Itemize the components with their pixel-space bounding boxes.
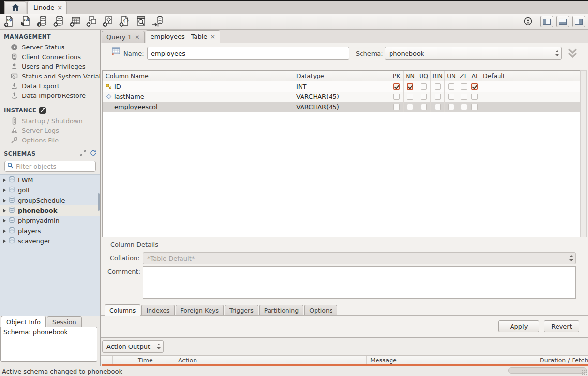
checkbox-zf[interactable]: [461, 104, 467, 110]
inspect-database-icon[interactable]: i: [36, 15, 48, 28]
checkbox-ai[interactable]: [471, 83, 478, 90]
output-header-action[interactable]: Action: [172, 356, 367, 364]
checkbox-uq[interactable]: [421, 104, 427, 110]
checkbox-nn[interactable]: [407, 83, 413, 90]
sidebar-item-client-connections[interactable]: Client Connections: [0, 52, 100, 62]
schema-select[interactable]: phonebook: [385, 47, 562, 60]
management-section-title: MANAGEMENT: [0, 30, 100, 42]
expander-icon[interactable]: [3, 209, 6, 213]
schema-item[interactable]: groupSchedule: [0, 195, 100, 205]
close-icon[interactable]: ×: [210, 33, 215, 40]
expander-icon[interactable]: [3, 229, 6, 233]
refresh-icon[interactable]: [90, 150, 96, 157]
sidebar-item-server-logs[interactable]: Server Logs: [0, 125, 100, 135]
output-header-message[interactable]: Message: [367, 356, 536, 364]
checkbox-bin[interactable]: [435, 94, 441, 100]
toggle-left-panel-button[interactable]: [540, 16, 553, 27]
column-row-lastname[interactable]: lastName VARCHAR(45): [103, 92, 580, 102]
database-icon: [9, 237, 15, 245]
checkbox-pk[interactable]: [393, 94, 400, 100]
editor-subtabs: Columns Indexes Foreign Keys Triggers Pa…: [101, 304, 588, 316]
checkbox-zf[interactable]: [461, 83, 467, 90]
connection-tab[interactable]: Linode ×: [27, 1, 67, 14]
database-icon: [9, 196, 15, 204]
checkbox-un[interactable]: [448, 83, 454, 90]
sidebar-item-status-variables[interactable]: Status and System Variables: [0, 71, 100, 81]
server-stack-icon: [11, 117, 18, 125]
tab-session[interactable]: Session: [47, 316, 82, 327]
close-icon[interactable]: ×: [57, 4, 62, 11]
expand-panel-icon[interactable]: [80, 150, 86, 157]
resize-grip-icon[interactable]: [581, 369, 587, 375]
column-row-id[interactable]: ID INT: [103, 81, 580, 92]
checkbox-ai[interactable]: [471, 94, 478, 100]
reconnect-dbms-icon[interactable]: [151, 15, 164, 28]
expander-icon[interactable]: [3, 188, 6, 192]
expander-icon[interactable]: [3, 178, 6, 182]
checkbox-pk[interactable]: [393, 83, 400, 90]
expander-icon[interactable]: [3, 219, 6, 223]
action-output-select[interactable]: Action Output: [102, 340, 164, 353]
output-header-time[interactable]: Time: [126, 356, 172, 364]
create-schema-icon[interactable]: [52, 15, 65, 28]
checkbox-pk[interactable]: [393, 104, 400, 110]
new-sql-tab-icon[interactable]: SQL: [3, 15, 15, 28]
schema-item[interactable]: phpmyadmin: [0, 216, 100, 226]
checkbox-uq[interactable]: [421, 94, 427, 100]
create-procedure-icon[interactable]: [102, 15, 114, 28]
checkbox-zf[interactable]: [461, 94, 467, 100]
comment-textarea[interactable]: [143, 266, 576, 299]
subtab-columns[interactable]: Columns: [105, 304, 140, 316]
sidebar-scrollbar-thumb[interactable]: [98, 193, 100, 211]
subtab-indexes[interactable]: Indexes: [141, 305, 174, 315]
tab-object-info[interactable]: Object Info: [1, 316, 46, 327]
checkbox-ai[interactable]: [471, 104, 478, 110]
sidebar-item-data-import[interactable]: Data Import/Restore: [0, 91, 100, 100]
schema-item[interactable]: players: [0, 226, 100, 236]
tab-employees-table[interactable]: employees - Table ×: [146, 30, 220, 43]
sidebar-item-users-privileges[interactable]: Users and Privileges: [0, 62, 100, 71]
checkbox-un[interactable]: [448, 94, 454, 100]
tab-query-1[interactable]: Query 1 ×: [102, 31, 145, 43]
sidebar-item-server-status[interactable]: Server Status: [0, 42, 100, 52]
filter-objects-input[interactable]: [16, 163, 89, 170]
sidebar-item-options-file[interactable]: Options File: [0, 135, 100, 145]
horizontal-scrollbar-thumb[interactable]: [508, 367, 587, 374]
subtab-triggers[interactable]: Triggers: [225, 305, 258, 315]
schema-item[interactable]: FWM: [0, 175, 100, 185]
sidebar-item-data-export[interactable]: Data Export: [0, 81, 100, 91]
subtab-partitioning[interactable]: Partitioning: [259, 305, 303, 315]
toggle-bottom-panel-button[interactable]: [556, 16, 569, 27]
alarm-icon[interactable]: [523, 16, 533, 27]
schema-item[interactable]: golf: [0, 185, 100, 195]
close-icon[interactable]: ×: [135, 34, 140, 40]
search-table-data-icon[interactable]: [135, 15, 147, 28]
expander-icon[interactable]: [3, 199, 6, 203]
apply-button[interactable]: Apply: [498, 320, 539, 332]
create-view-icon[interactable]: [85, 15, 98, 28]
subtab-foreign-keys[interactable]: Foreign Keys: [176, 305, 224, 315]
schema-item[interactable]: scavenger: [0, 236, 100, 246]
checkbox-bin[interactable]: [435, 104, 441, 110]
table-name-input[interactable]: [147, 47, 349, 60]
sidebar-item-startup-shutdown[interactable]: Startup / Shutdown: [0, 116, 100, 125]
output-header-duration[interactable]: Duration / Fetch: [536, 356, 588, 364]
revert-button[interactable]: Revert: [544, 320, 579, 332]
expander-icon[interactable]: [3, 239, 6, 243]
column-row-employeescol[interactable]: employeescol VARCHAR(45): [103, 102, 580, 112]
checkbox-uq[interactable]: [421, 83, 427, 90]
home-tab[interactable]: [4, 1, 26, 14]
toggle-right-panel-button[interactable]: [572, 16, 585, 27]
collation-select[interactable]: *Table Default*: [143, 252, 576, 264]
grid-scrollbar[interactable]: [580, 70, 587, 237]
create-table-icon[interactable]: [69, 15, 81, 28]
expand-header-icon[interactable]: [567, 48, 578, 59]
checkbox-un[interactable]: [448, 104, 454, 110]
subtab-options[interactable]: Options: [304, 305, 337, 315]
checkbox-bin[interactable]: [435, 83, 441, 90]
open-sql-script-icon[interactable]: SQL: [19, 15, 32, 28]
schema-item-phonebook[interactable]: phonebook: [0, 205, 100, 216]
checkbox-nn[interactable]: [407, 104, 413, 110]
checkbox-nn[interactable]: [407, 94, 413, 100]
create-function-icon[interactable]: { }: [118, 15, 131, 28]
